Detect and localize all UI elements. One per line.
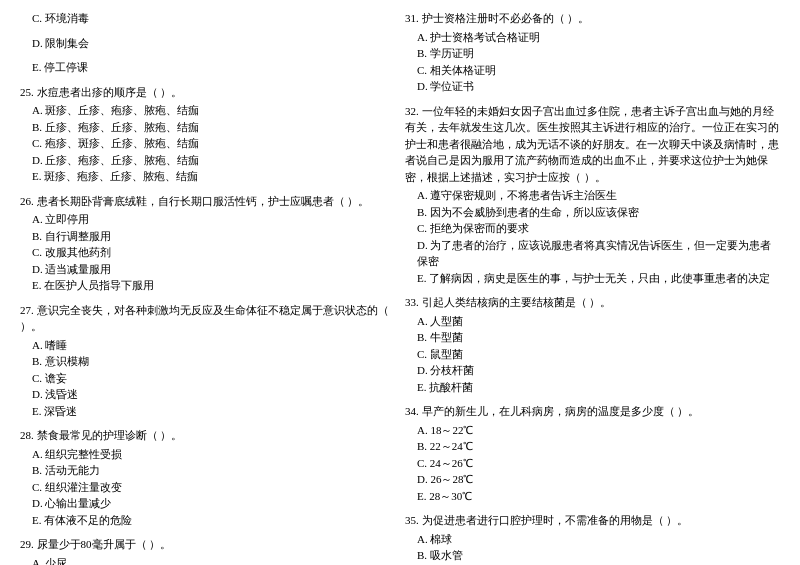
q34-optC: C. 24～26℃	[405, 455, 780, 472]
question-25: 25. 水痘患者出疹的顺序是（ ）。 A. 斑疹、丘疹、疱疹、脓疱、结痂 B. …	[20, 84, 395, 185]
q26-optD: D. 适当减量服用	[20, 261, 395, 278]
option-d-xianjie: D. 限制集会	[20, 35, 395, 52]
q35-title: 35. 为促进患者进行口腔护理时，不需准备的用物是（ ）。	[405, 512, 780, 529]
option-text: E. 停工停课	[20, 59, 395, 76]
q34-optB: B. 22～24℃	[405, 438, 780, 455]
q26-optC: C. 改服其他药剂	[20, 244, 395, 261]
q25-optD: D. 丘疹、疱疹、丘疹、脓疱、结痂	[20, 152, 395, 169]
q32-optD: D. 为了患者的治疗，应该说服患者将真实情况告诉医生，但一定要为患者保密	[405, 237, 780, 270]
option-c-huanjing: C. 环境消毒	[20, 10, 395, 27]
q34-optE: E. 28～30℃	[405, 488, 780, 505]
q33-title: 33. 引起人类结核病的主要结核菌是（ ）。	[405, 294, 780, 311]
q27-optD: D. 浅昏迷	[20, 386, 395, 403]
q27-optE: E. 深昏迷	[20, 403, 395, 420]
option-e-tinggong: E. 停工停课	[20, 59, 395, 76]
page: C. 环境消毒 D. 限制集会 E. 停工停课 25. 水痘患者出疹的顺序是（ …	[0, 0, 800, 565]
q33-optD: D. 分枝杆菌	[405, 362, 780, 379]
q32-optB: B. 因为不会威胁到患者的生命，所以应该保密	[405, 204, 780, 221]
q25-optC: C. 疱疹、斑疹、丘疹、脓疱、结痂	[20, 135, 395, 152]
q26-title: 26. 患者长期卧背膏底绒鞋，自行长期口服活性钙，护士应嘱患者（ ）。	[20, 193, 395, 210]
question-31: 31. 护士资格注册时不必必备的（ ）。 A. 护士资格考试合格证明 B. 学历…	[405, 10, 780, 95]
q27-optC: C. 谵妄	[20, 370, 395, 387]
option-text: D. 限制集会	[20, 35, 395, 52]
q28-optE: E. 有体液不足的危险	[20, 512, 395, 529]
q34-optD: D. 26～28℃	[405, 471, 780, 488]
question-26: 26. 患者长期卧背膏底绒鞋，自行长期口服活性钙，护士应嘱患者（ ）。 A. 立…	[20, 193, 395, 294]
content-area: C. 环境消毒 D. 限制集会 E. 停工停课 25. 水痘患者出疹的顺序是（ …	[20, 10, 780, 565]
right-column: 31. 护士资格注册时不必必备的（ ）。 A. 护士资格考试合格证明 B. 学历…	[405, 10, 780, 565]
q28-optB: B. 活动无能力	[20, 462, 395, 479]
left-column: C. 环境消毒 D. 限制集会 E. 停工停课 25. 水痘患者出疹的顺序是（ …	[20, 10, 395, 565]
q25-optA: A. 斑疹、丘疹、疱疹、脓疱、结痂	[20, 102, 395, 119]
q33-optB: B. 牛型菌	[405, 329, 780, 346]
question-34: 34. 早产的新生儿，在儿科病房，病房的温度是多少度（ ）。 A. 18～22℃…	[405, 403, 780, 504]
q25-title: 25. 水痘患者出疹的顺序是（ ）。	[20, 84, 395, 101]
q34-title: 34. 早产的新生儿，在儿科病房，病房的温度是多少度（ ）。	[405, 403, 780, 420]
q26-optE: E. 在医护人员指导下服用	[20, 277, 395, 294]
q26-optB: B. 自行调整服用	[20, 228, 395, 245]
question-35: 35. 为促进患者进行口腔护理时，不需准备的用物是（ ）。 A. 棉球 B. 吸…	[405, 512, 780, 565]
question-32: 32. 一位年轻的未婚妇女因子宫出血过多住院，患者主诉子宫出血与她的月经有关，去…	[405, 103, 780, 287]
question-28: 28. 禁食最常见的护理诊断（ ）。 A. 组织完整性受损 B. 活动无能力 C…	[20, 427, 395, 528]
q33-optC: C. 鼠型菌	[405, 346, 780, 363]
q31-optC: C. 相关体格证明	[405, 62, 780, 79]
q32-optE: E. 了解病因，病史是医生的事，与护士无关，只由，此使事重患者的决定	[405, 270, 780, 287]
option-text: C. 环境消毒	[20, 10, 395, 27]
q28-optC: C. 组织灌注量改变	[20, 479, 395, 496]
q29-optA: A. 少尿	[20, 555, 395, 566]
q31-optB: B. 学历证明	[405, 45, 780, 62]
question-29: 29. 尿量少于80毫升属于（ ）。 A. 少尿 B. 尿潴留 C. 排尿异常 …	[20, 536, 395, 565]
q31-title: 31. 护士资格注册时不必必备的（ ）。	[405, 10, 780, 27]
q31-optA: A. 护士资格考试合格证明	[405, 29, 780, 46]
q29-title: 29. 尿量少于80毫升属于（ ）。	[20, 536, 395, 553]
q32-title: 32. 一位年轻的未婚妇女因子宫出血过多住院，患者主诉子宫出血与她的月经有关，去…	[405, 103, 780, 186]
q25-optE: E. 斑疹、疱疹、丘疹、脓疱、结痂	[20, 168, 395, 185]
q27-optA: A. 嗜睡	[20, 337, 395, 354]
q26-optA: A. 立即停用	[20, 211, 395, 228]
q31-optD: D. 学位证书	[405, 78, 780, 95]
q34-optA: A. 18～22℃	[405, 422, 780, 439]
q25-optB: B. 丘疹、疱疹、丘疹、脓疱、结痂	[20, 119, 395, 136]
q27-title: 27. 意识完全丧失，对各种刺激均无反应及生命体征不稳定属于意识状态的（ ）。	[20, 302, 395, 335]
q28-title: 28. 禁食最常见的护理诊断（ ）。	[20, 427, 395, 444]
q28-optA: A. 组织完整性受损	[20, 446, 395, 463]
q32-optA: A. 遵守保密规则，不将患者告诉主治医生	[405, 187, 780, 204]
q35-optB: B. 吸水管	[405, 547, 780, 564]
q35-optA: A. 棉球	[405, 531, 780, 548]
q28-optD: D. 心输出量减少	[20, 495, 395, 512]
q33-optA: A. 人型菌	[405, 313, 780, 330]
q32-optC: C. 拒绝为保密而的要求	[405, 220, 780, 237]
q33-optE: E. 抗酸杆菌	[405, 379, 780, 396]
question-33: 33. 引起人类结核病的主要结核菌是（ ）。 A. 人型菌 B. 牛型菌 C. …	[405, 294, 780, 395]
question-27: 27. 意识完全丧失，对各种刺激均无反应及生命体征不稳定属于意识状态的（ ）。 …	[20, 302, 395, 420]
q27-optB: B. 意识模糊	[20, 353, 395, 370]
